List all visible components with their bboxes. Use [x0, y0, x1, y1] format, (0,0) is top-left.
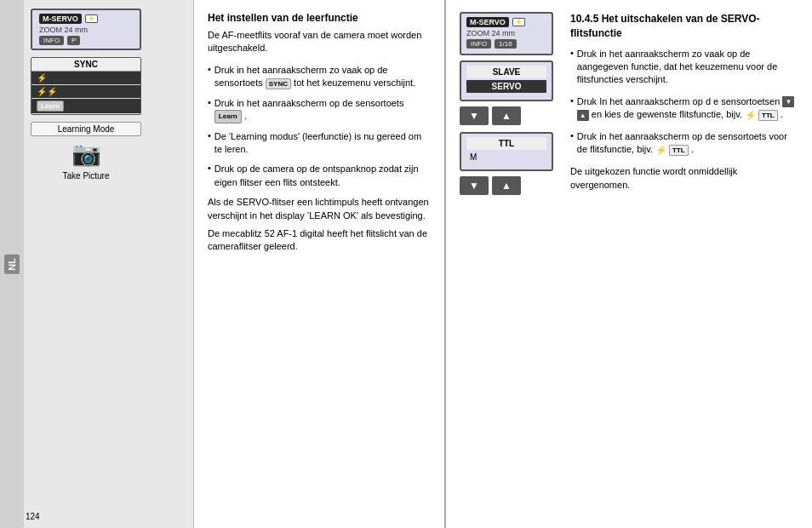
flash1-icon: ⚡	[37, 73, 47, 83]
right-bullet-2-text: Druk In het aanraakscherm op d e sensort…	[577, 95, 798, 122]
right-section-title: 10.4.5 Het uitschakelen van de SERVO-fli…	[570, 12, 798, 41]
middle-panel: Het instellen van de leerfunctie De AF-m…	[194, 0, 446, 528]
right-fraction-badge: 1/16	[495, 39, 517, 49]
bullet-2-dot: •	[208, 97, 211, 123]
left-panel: M-SERVO ZOOM 24 mm INFO P SYNC ⚡ ⚡⚡ Lear…	[24, 0, 194, 528]
right-bullet-2-dot: •	[570, 95, 574, 122]
bullet-1-text: Druk in het aanraakscherm zo vaak op de …	[214, 64, 431, 90]
overgenomen-text: De uitgekozen functie wordt onmiddellijk…	[570, 165, 798, 192]
arrow-row-2: ▼ ▲	[460, 176, 562, 195]
info-badge: INFO	[39, 36, 64, 45]
right-device-col: M-SERVO ZOOM 24 mm INFO 1/16 SLAVE SERVO…	[460, 12, 562, 516]
right-bullet-1-text: Druk in het aanraakscherm zo vaak op de …	[577, 48, 798, 87]
right-device-display-ttl: TTL M	[460, 132, 553, 171]
right-bullet-1-dot: •	[570, 48, 574, 87]
extra-info: Als de SERVO-flitser een lichtimpuls hee…	[208, 196, 431, 222]
ttl-row: TTL	[466, 137, 546, 150]
bullet-item-1: • Druk in het aanraakscherm zo vaak op d…	[208, 64, 431, 90]
page-number: 124	[26, 512, 40, 521]
arrow-up-btn-2[interactable]: ▲	[492, 176, 521, 195]
sync-icon-badge	[85, 14, 98, 23]
flash-ttl-inline-1: ⚡ TTL	[745, 109, 778, 122]
flash-icon-2: ⚡	[655, 144, 667, 157]
learning-mode-box: Learning Mode	[31, 122, 141, 136]
sync-item-flash1[interactable]: ⚡	[31, 72, 140, 85]
nl-label: NL	[4, 255, 20, 274]
right-m-servo-badge: M-SERVO	[466, 17, 509, 27]
ttl-inline-1: TTL	[758, 110, 778, 121]
page-container: NL M-SERVO ZOOM 24 mm INFO P SYNC ⚡ ⚡⚡	[0, 0, 812, 528]
arrow-down-btn-1[interactable]: ▼	[460, 106, 489, 125]
bullet-3-dot: •	[208, 130, 211, 157]
sync-item-flash2[interactable]: ⚡⚡	[31, 85, 140, 99]
sync-header: SYNC	[31, 58, 140, 72]
servo-row: SERVO	[466, 80, 546, 93]
camera-icon-wrapper: 📷	[31, 140, 141, 168]
learn-inline-badge: Learn	[214, 110, 242, 123]
arrow-up-inline: ▲	[577, 110, 589, 121]
p-badge: P	[67, 36, 80, 45]
bullet-1-dot: •	[208, 64, 211, 90]
right-bullet-1: • Druk in het aanraakscherm zo vaak op d…	[570, 48, 798, 87]
arrow-up-btn-1[interactable]: ▲	[492, 106, 521, 125]
right-device-display-slave: SLAVE SERVO	[460, 60, 553, 101]
right-text-col: 10.4.5 Het uitschakelen van de SERVO-fli…	[570, 12, 798, 516]
sync-inline-badge: SYNC	[266, 78, 291, 89]
right-device-display-top: M-SERVO ZOOM 24 mm INFO 1/16	[460, 12, 553, 55]
sync-menu: SYNC ⚡ ⚡⚡ Learn	[31, 57, 141, 115]
learning-mode-section: Learning Mode 📷 Take Picture	[31, 122, 141, 181]
bullet-4-text: Druk op de camera op de ontspanknop zoda…	[214, 163, 431, 189]
bullet-item-2: • Druk in het aanraakscherm op de sensor…	[208, 97, 431, 123]
right-zoom-text: ZOOM 24 mm	[466, 29, 546, 37]
learn-badge: Learn	[37, 100, 64, 112]
right-bullet-3-dot: •	[570, 130, 574, 157]
bullet-item-3: • De 'Learning modus' (leerfunctie) is n…	[208, 130, 431, 157]
m-servo-badge: M-SERVO	[39, 14, 82, 24]
extra-info-2: De mecablitz 52 AF-1 digital heeft het f…	[208, 227, 431, 254]
right-bullet-3: • Druk in het aanraakscherm op de sensor…	[570, 130, 798, 157]
flash-ttl-inline-2: ⚡ TTL	[655, 144, 689, 157]
bullet-4-dot: •	[208, 163, 211, 189]
arrow-row-1: ▼ ▲	[460, 106, 562, 125]
device-display: M-SERVO ZOOM 24 mm INFO P	[31, 9, 141, 50]
bullet-item-4: • Druk op de camera op de ontspanknop zo…	[208, 163, 431, 189]
middle-section-title: Het instellen van de leerfunctie	[208, 12, 431, 24]
right-sync-icon-badge	[512, 18, 525, 26]
flash-icon-1: ⚡	[745, 109, 757, 122]
take-picture-label: Take Picture	[31, 171, 141, 181]
arrow-down-inline: ▼	[782, 96, 794, 107]
right-info-badge: INFO	[466, 39, 491, 49]
slave-row: SLAVE	[466, 66, 546, 78]
zoom-text: ZOOM 24 mm	[39, 26, 133, 34]
flash2-icon: ⚡⚡	[37, 87, 57, 96]
m-row: M	[466, 152, 546, 163]
intro-text: De AF-meetflits vooraf van de camera moe…	[208, 29, 431, 55]
right-bullet-2: • Druk In het aanraakscherm op d e senso…	[570, 95, 798, 122]
sidebar-strip: NL	[0, 0, 24, 528]
bullet-3-text: De 'Learning modus' (leerfunctie) is nu …	[214, 130, 431, 157]
learning-mode-label: Learning Mode	[58, 124, 115, 134]
sync-item-learn[interactable]: Learn	[31, 99, 140, 114]
right-bullet-3-text: Druk in het aanraakscherm op de sensorto…	[577, 130, 798, 157]
ttl-inline-2: TTL	[669, 145, 689, 156]
camera-icon: 📷	[71, 140, 101, 168]
arrow-down-btn-2[interactable]: ▼	[460, 176, 489, 195]
right-panel: M-SERVO ZOOM 24 mm INFO 1/16 SLAVE SERVO…	[446, 0, 812, 528]
bullet-2-text: Druk in het aanraakscherm op de sensorto…	[214, 97, 431, 123]
